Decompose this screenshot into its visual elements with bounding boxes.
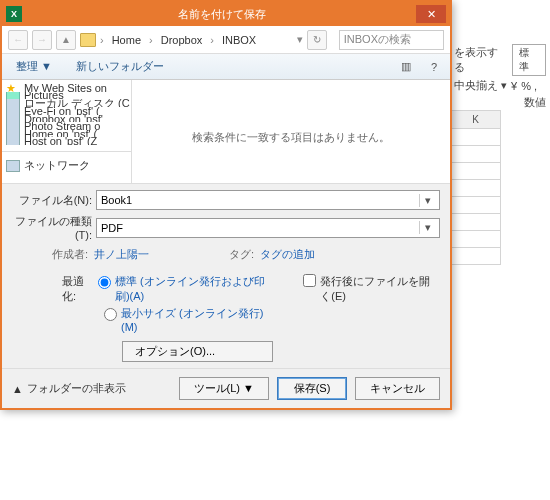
chevron-up-icon: ▲ [12, 383, 23, 395]
ribbon-align[interactable]: 中央揃え ▾ [454, 78, 507, 93]
sidebar-item[interactable]: ローカル ディスク (C [2, 99, 131, 107]
dialog-title: 名前を付けて保存 [28, 7, 416, 22]
toolbar: 整理 ▼ 新しいフォルダー ▥ ? [2, 54, 450, 80]
ribbon-style-select[interactable]: 標準 [512, 44, 546, 76]
optimize-label: 最適化: [62, 274, 94, 304]
check-open-label[interactable]: 発行後にファイルを開く(E) [320, 274, 440, 304]
filetype-select[interactable]: PDF▾ [96, 218, 440, 238]
filename-label: ファイル名(N): [12, 193, 92, 208]
folder-icon [80, 33, 96, 47]
chevron-right-icon: › [100, 34, 104, 46]
cancel-button[interactable]: キャンセル [355, 377, 440, 400]
filetype-label: ファイルの種類(T): [12, 214, 92, 241]
filename-input[interactable]: Book1▾ [96, 190, 440, 210]
close-button[interactable]: ✕ [416, 5, 446, 23]
empty-message: 検索条件に一致する項目はありません。 [192, 130, 390, 145]
pictures-icon [6, 92, 20, 100]
nav-bar: ← → ▲ › Home › Dropbox › INBOX ▾ ↻ INBOX… [2, 26, 450, 54]
refresh-button[interactable]: ↻ [307, 30, 327, 50]
drive-icon [6, 99, 20, 107]
help-icon[interactable]: ? [426, 59, 442, 75]
organize-button[interactable]: 整理 ▼ [10, 57, 58, 76]
sidebar-item[interactable]: Home on 'psf' ( [2, 130, 131, 138]
sidebar-item[interactable]: Dropbox on 'psf' [2, 115, 131, 123]
author-label: 作成者: [52, 247, 88, 262]
options-button[interactable]: オプション(O)... [122, 341, 273, 362]
breadcrumb[interactable]: INBOX [218, 32, 260, 48]
sidebar: ★My Web Sites on Pictures ローカル ディスク (C E… [2, 80, 132, 183]
chevron-right-icon: › [210, 34, 214, 46]
star-icon: ★ [6, 84, 20, 92]
chevron-right-icon: › [149, 34, 153, 46]
dropdown-icon: ▼ [243, 382, 254, 394]
dropdown-icon[interactable]: ▾ [419, 221, 435, 234]
radio-minimum[interactable] [104, 308, 117, 321]
back-button[interactable]: ← [8, 30, 28, 50]
dropdown-icon[interactable]: ▾ [419, 194, 435, 207]
network-icon [6, 160, 20, 172]
radio-standard[interactable] [98, 276, 111, 289]
sidebar-network[interactable]: ネットワーク [2, 151, 131, 179]
radio-minimum-label[interactable]: 最小サイズ (オンライン発行)(M) [121, 306, 273, 333]
up-button[interactable]: ▲ [56, 30, 76, 50]
new-folder-button[interactable]: 新しいフォルダー [70, 57, 170, 76]
sidebar-item[interactable]: Photo Stream o [2, 122, 131, 130]
breadcrumb[interactable]: Dropbox [157, 32, 207, 48]
hide-folders-button[interactable]: ▲フォルダーの非表示 [12, 381, 126, 396]
file-list: 検索条件に一致する項目はありません。 [132, 80, 450, 183]
save-button[interactable]: 保存(S) [277, 377, 347, 400]
breadcrumb[interactable]: Home [108, 32, 145, 48]
drive-icon [6, 115, 20, 123]
drive-icon [6, 137, 20, 145]
tools-button[interactable]: ツール(L) ▼ [179, 377, 269, 400]
sidebar-item[interactable]: Host on 'psf' (Z [2, 137, 131, 145]
tag-value[interactable]: タグの追加 [260, 247, 315, 262]
titlebar: X 名前を付けて保存 ✕ [2, 2, 450, 26]
save-as-dialog: X 名前を付けて保存 ✕ ← → ▲ › Home › Dropbox › IN… [0, 0, 452, 410]
forward-button[interactable]: → [32, 30, 52, 50]
sidebar-item[interactable]: Pictures [2, 92, 131, 100]
drive-icon [6, 107, 20, 115]
view-icon[interactable]: ▥ [398, 59, 414, 75]
drive-icon [6, 122, 20, 130]
col-header[interactable]: K [451, 111, 501, 129]
dropdown-icon[interactable]: ▾ [297, 33, 303, 46]
ribbon-format-text: を表示する [454, 45, 508, 75]
sidebar-item[interactable]: Eye-Fi on 'psf' ( [2, 107, 131, 115]
search-input[interactable]: INBOXの検索 [339, 30, 444, 50]
drive-icon [6, 130, 20, 138]
excel-icon: X [6, 6, 22, 22]
ribbon-currency-icon[interactable]: ¥ [511, 80, 517, 92]
tag-label: タグ: [229, 247, 254, 262]
radio-standard-label[interactable]: 標準 (オンライン発行および印刷)(A) [115, 274, 273, 304]
sidebar-item[interactable]: ★My Web Sites on [2, 84, 131, 92]
ribbon-percent[interactable]: % , [521, 80, 537, 92]
check-open-after[interactable] [303, 274, 316, 287]
ribbon-number-group: 数値 [524, 95, 546, 110]
author-value[interactable]: 井ノ上陽一 [94, 247, 149, 262]
